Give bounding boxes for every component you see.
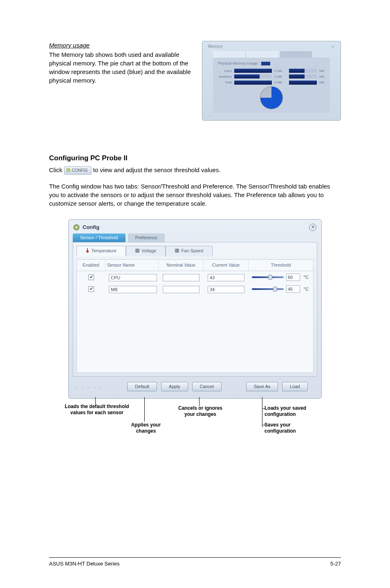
close-icon[interactable]: ✕	[309, 224, 316, 231]
default-button[interactable]: Default	[127, 382, 157, 391]
thermometer-icon	[86, 248, 89, 253]
tab-voltage[interactable]: Voltage	[126, 246, 166, 256]
memory-tab-1[interactable]	[213, 51, 245, 58]
svg-point-1	[76, 227, 78, 229]
click-line: Click CONFIG to view and adjust the sens…	[49, 166, 341, 175]
voltage-icon	[135, 249, 139, 253]
load-button[interactable]: Load	[282, 382, 307, 391]
mem-row-mid: 0 MB	[274, 74, 287, 79]
callout-load: Loads your saved configuration	[264, 405, 322, 418]
callout-cancel: Cancels or ignores your changes	[178, 405, 223, 418]
mem-row-mid: 0 MB	[274, 69, 287, 73]
callout-saveas: Saves your configuration	[264, 422, 322, 435]
footer-left: ASUS M3N-HT Deluxe Series	[49, 560, 119, 568]
memory-panel: Memory ✕ Physical Memory Usage : Used 0 …	[202, 41, 341, 121]
tab-fan-speed[interactable]: Fan Speed	[166, 246, 213, 256]
save-as-button[interactable]: Save As	[246, 382, 278, 391]
mem-row-label: Available	[218, 74, 232, 79]
col-sensor-name: Sensor Name	[105, 260, 159, 271]
mem-row-label: Used	[218, 69, 232, 73]
mem-row-label: Total	[218, 80, 232, 85]
panel-title: Memory	[208, 44, 223, 49]
unit-label: oC	[303, 274, 310, 281]
config-window-title: Config	[83, 224, 99, 231]
footer-right: 5-27	[330, 560, 341, 568]
apply-button[interactable]: Apply	[161, 382, 188, 391]
resize-dots-icon: · · · · ·	[73, 383, 118, 392]
config-button[interactable]: CONFIG	[64, 166, 92, 175]
mem-row-mid: 0 MB	[274, 80, 287, 85]
threshold-slider[interactable]	[252, 288, 284, 290]
col-current-value: Current Value	[204, 260, 249, 271]
sensor-name-input[interactable]	[109, 286, 157, 293]
tab-sensor-threshold[interactable]: Sensor / Threshold	[73, 233, 126, 242]
cancel-button[interactable]: Cancel	[192, 382, 222, 391]
gear-icon	[73, 224, 80, 231]
memory-pie-chart	[260, 86, 283, 109]
fan-icon	[175, 249, 179, 253]
callout-apply: Applies your changes	[121, 422, 170, 435]
table-row: ✔ oC	[77, 271, 313, 283]
memory-paragraph: The Memory tab shows both used and avail…	[49, 50, 194, 85]
mem-bar2	[289, 74, 317, 79]
table-row: ✔ oC	[77, 283, 313, 295]
sensor-name-input[interactable]	[109, 274, 157, 281]
col-threshold: Threshold	[249, 260, 313, 271]
config-paragraph: The Config window has two tabs: Sensor/T…	[49, 182, 341, 208]
mem-bar2	[289, 81, 317, 85]
memory-tab-3[interactable]	[280, 51, 312, 58]
enabled-checkbox[interactable]: ✔	[88, 274, 94, 280]
config-window: Config ✕ Sensor / Threshold Preference T…	[68, 219, 322, 399]
mem-bar	[234, 81, 272, 85]
close-icon[interactable]: ✕	[331, 44, 335, 51]
mem-bar2	[289, 69, 317, 73]
tab-preference[interactable]: Preference	[128, 233, 165, 242]
unit-label: oC	[303, 285, 310, 292]
enabled-checkbox[interactable]: ✔	[88, 286, 94, 292]
col-enabled: Enabled	[77, 260, 105, 271]
memory-heading: Memory usage	[49, 41, 194, 49]
threshold-input[interactable]	[286, 274, 300, 281]
callout-default: Loads the default threshold values for e…	[64, 404, 130, 416]
mem-bar	[234, 69, 272, 73]
nominal-value-input	[163, 286, 199, 293]
nominal-value-input	[163, 274, 199, 281]
tab-temperature[interactable]: Temperature	[76, 246, 126, 256]
memory-tabs	[213, 51, 312, 58]
memory-tab-2[interactable]	[247, 51, 278, 58]
current-value-input	[208, 274, 244, 281]
resize-dots-icon: · · · · ·	[208, 113, 226, 119]
mem-bar	[234, 74, 272, 79]
threshold-slider[interactable]	[252, 276, 284, 278]
col-nominal-value: Nominal Value	[159, 260, 204, 271]
threshold-input[interactable]	[286, 285, 300, 293]
current-value-input	[208, 286, 244, 293]
memory-panel-header: Physical Memory Usage :	[218, 61, 325, 66]
configuring-heading: Configuring PC Probe II	[49, 153, 341, 163]
